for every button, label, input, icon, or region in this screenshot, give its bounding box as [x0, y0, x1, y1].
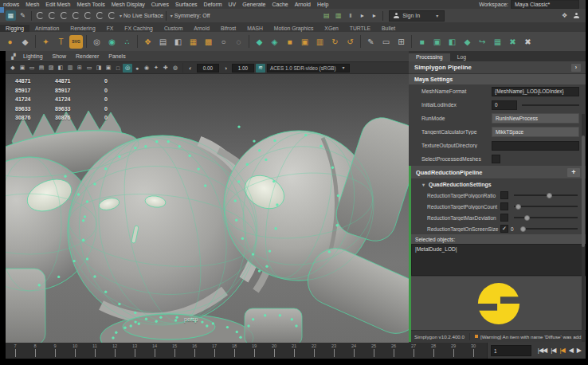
simplygon-bake-icon[interactable]: ↪	[476, 35, 489, 49]
snap-to-projected-center-icon[interactable]	[71, 10, 81, 21]
grid-layout-icon[interactable]: ❖	[559, 10, 570, 21]
slider-track-reductiontargetpolygoncount[interactable]	[514, 206, 578, 207]
menu-ndows[interactable]: ndows	[0, 2, 22, 7]
shelf-tab-mash[interactable]: MASH	[241, 25, 269, 32]
play-last-icon[interactable]: ▸	[369, 10, 379, 21]
lighting-icon[interactable]: ✚	[161, 64, 171, 73]
select-tool-icon[interactable]: ▦	[6, 10, 16, 21]
lasso-select-icon[interactable]: ✎	[18, 10, 28, 21]
cube-stack-icon[interactable]: ▥	[313, 35, 327, 49]
select-camera-icon[interactable]: ◆	[8, 64, 18, 73]
pause-icon[interactable]: ‖	[345, 10, 355, 21]
field-chart-icon[interactable]: □	[113, 64, 123, 73]
gamma-icon[interactable]: ◑	[221, 64, 230, 73]
shelf-tab-rendering[interactable]: Rendering	[65, 25, 100, 32]
viewport-canvas[interactable]: 4487144871085917859170417244172408963389…	[6, 74, 409, 343]
snap-to-points-icon[interactable]	[59, 10, 69, 21]
simplygon-mesh-icon[interactable]: ▣	[430, 35, 444, 49]
time-slider-track[interactable]: 7891011121314151617181920212223242526272…	[6, 343, 488, 359]
snap-to-curves-icon[interactable]	[47, 10, 57, 21]
menu-mesh-display[interactable]: Mesh Display	[108, 2, 148, 7]
prev-key-button[interactable]: |◀	[558, 345, 566, 356]
shelf-tab-turtle[interactable]: TURTLE	[344, 25, 376, 32]
stereo-icon[interactable]: ▥	[65, 64, 75, 73]
field-input-textureoutputdirectory[interactable]	[492, 141, 579, 151]
bookmarks-icon[interactable]: ▤	[37, 64, 46, 73]
measure-icon[interactable]: ⊞	[394, 35, 408, 49]
lattice-icon[interactable]: ▦	[186, 35, 200, 49]
wrap-deformer-icon[interactable]: ○	[217, 35, 230, 49]
safe-action-icon[interactable]: ◎	[123, 64, 132, 73]
shelf-tab-xgen[interactable]: XGen	[319, 25, 343, 32]
wire-deformer-icon[interactable]: ◌	[232, 35, 245, 49]
shelf-tab-bullet[interactable]: Bullet	[376, 25, 401, 32]
sign-in-button[interactable]: Sign In ▾	[389, 10, 445, 22]
step-back-button[interactable]: |◀	[549, 345, 557, 356]
menu-curves[interactable]: Curves	[148, 2, 172, 7]
copy-weights-icon[interactable]: ▤	[156, 35, 170, 49]
viewport-menu-lighting[interactable]: Lighting	[18, 53, 48, 59]
chevron-down-icon[interactable]: ▾	[118, 13, 123, 18]
shelf-tab-fx-caching[interactable]: FX Caching	[119, 25, 159, 32]
color-managed-icon[interactable]: ≋	[256, 64, 265, 73]
lattice-edit-icon[interactable]: ▩	[202, 35, 215, 49]
shelf-tab-custom[interactable]: Custom	[159, 25, 188, 32]
frame-all-icon[interactable]: ◉	[142, 64, 151, 73]
film-gate-icon[interactable]: ▭	[84, 64, 94, 73]
star-primitive-icon[interactable]: ✦	[39, 35, 53, 49]
quad-reduction-pipeline-header[interactable]: QuadReductionPipeline +	[411, 166, 586, 179]
chevron-down-icon[interactable]: ▾	[169, 13, 174, 18]
image-plane-icon[interactable]: ▨	[46, 64, 56, 73]
symmetry-label[interactable]: Symmetry: Off	[174, 13, 210, 18]
field-checkbox-selectprocessedmeshes[interactable]	[492, 155, 500, 163]
svg-tool-icon[interactable]: SVG	[69, 35, 83, 49]
blendshape-icon[interactable]: ◈	[268, 35, 281, 49]
cube-primitive-icon[interactable]: ■	[283, 35, 296, 49]
frame-selected-icon[interactable]: ✦	[151, 64, 161, 73]
rotate-cw-icon[interactable]: ↻	[328, 35, 342, 49]
viewport-menu-show[interactable]: Show	[48, 53, 72, 59]
menu-uv[interactable]: UV	[225, 2, 240, 7]
field-dropdown-runmode[interactable]: RunInNewProcess	[492, 113, 579, 124]
play-step-icon[interactable]: ▸	[357, 10, 367, 21]
rotate-ccw-icon[interactable]: ↺	[343, 35, 357, 49]
slider-track-reductiontargetmaxdeviation[interactable]	[514, 217, 578, 218]
play-forward-button[interactable]: ▶	[575, 345, 582, 356]
cluster-icon[interactable]: ◆	[253, 35, 266, 49]
res-gate-icon[interactable]: ◨	[94, 64, 104, 73]
person-outline-icon[interactable]	[571, 10, 582, 21]
menu-cache[interactable]: Cache	[269, 2, 291, 7]
gamma-field[interactable]: 1.00	[232, 64, 254, 73]
slider-track-reductiontargetpolygonratio[interactable]	[514, 194, 578, 196]
shelf-tab-bifrost[interactable]: Bifrost	[215, 25, 241, 32]
delete-icon[interactable]: ✖	[521, 35, 535, 49]
render-region-icon[interactable]: ▥	[333, 10, 343, 21]
poly-sphere-icon[interactable]: ●	[3, 35, 17, 49]
menu-mesh-tools[interactable]: Mesh Tools	[73, 2, 108, 7]
camera-attrs-icon[interactable]: ▭	[27, 64, 37, 73]
menu-deform[interactable]: Deform	[201, 2, 225, 7]
no-live-surface-label[interactable]: No Live Surface	[123, 13, 163, 18]
viewport-menu-panels[interactable]: Panels	[104, 53, 130, 59]
list-item-selected-object[interactable]: |MetalDude_LOD|	[415, 246, 582, 252]
simplygon-reduce-icon[interactable]: ■	[415, 35, 429, 49]
type-tool-icon[interactable]: T	[54, 35, 68, 49]
maya-settings-header[interactable]: Maya Settings	[409, 74, 586, 84]
play-backwards-button[interactable]: ◀	[567, 345, 574, 356]
panel-menu-icon[interactable]: ▞	[9, 52, 18, 61]
snap-to-grids-icon[interactable]	[35, 10, 45, 21]
slider-thumb-reductiontargetpolygoncount[interactable]	[515, 204, 521, 210]
add-pipeline-button[interactable]: +	[567, 168, 580, 177]
menu-edit-mesh[interactable]: Edit Mesh	[42, 2, 73, 7]
pencil-curve-icon[interactable]: ✎	[364, 35, 378, 49]
panel-scrollbar[interactable]	[582, 114, 585, 342]
tab-processing[interactable]: Processing	[409, 53, 450, 61]
skeleton-icon[interactable]: ∴	[120, 35, 134, 49]
lock-camera-icon[interactable]: ▣	[18, 64, 27, 73]
bind-skin-icon[interactable]: ❖	[141, 35, 155, 49]
field-slider-initiallodindex[interactable]	[522, 104, 579, 106]
colorspace-dropdown[interactable]: ACES 1.0 SDR-video (sRGB) ▾	[267, 64, 350, 73]
make-live-icon[interactable]	[95, 10, 105, 21]
current-frame-field[interactable]: 1	[491, 345, 531, 356]
panel-expand-button[interactable]: ›	[571, 64, 581, 72]
